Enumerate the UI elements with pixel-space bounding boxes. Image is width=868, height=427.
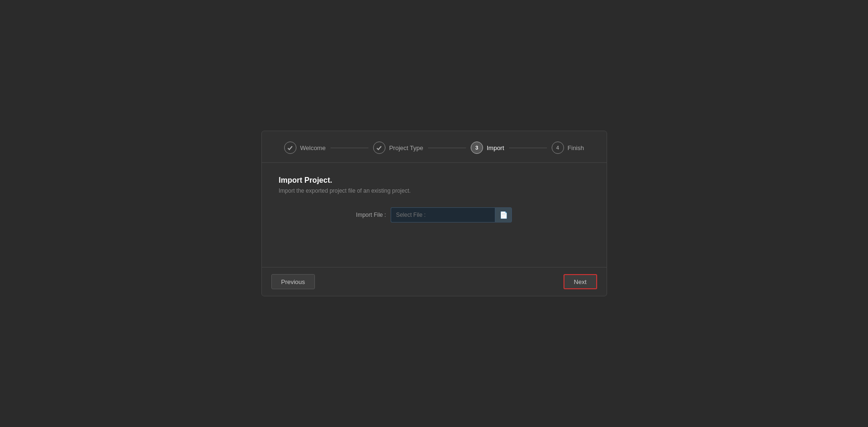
step-import-label: Import bbox=[487, 144, 504, 151]
file-input-wrapper: 📄 bbox=[391, 207, 512, 222]
connector-1 bbox=[331, 148, 368, 148]
step-project-type-circle bbox=[373, 142, 385, 154]
step-finish-circle: 4 bbox=[552, 142, 564, 154]
previous-button[interactable]: Previous bbox=[271, 274, 315, 289]
section-subtitle: Import the exported project file of an e… bbox=[279, 187, 590, 194]
stepper: Welcome Project Type 3 Import 4 bbox=[262, 131, 607, 163]
step-finish-label: Finish bbox=[568, 144, 584, 151]
section-title: Import Project. bbox=[279, 176, 590, 185]
connector-2 bbox=[428, 148, 466, 148]
step-finish: 4 Finish bbox=[552, 142, 584, 154]
file-path-input[interactable] bbox=[391, 207, 495, 222]
step-import: 3 Import bbox=[471, 142, 504, 154]
step-project-type-label: Project Type bbox=[389, 144, 423, 151]
dialog-body: Import Project. Import the exported proj… bbox=[262, 163, 607, 267]
dialog-footer: Previous Next bbox=[262, 267, 607, 296]
import-file-label: Import File : bbox=[356, 212, 386, 218]
file-browse-button[interactable]: 📄 bbox=[495, 207, 512, 222]
import-file-row: Import File : 📄 bbox=[279, 207, 590, 222]
step-import-circle: 3 bbox=[471, 142, 483, 154]
next-button[interactable]: Next bbox=[564, 274, 597, 289]
step-welcome: Welcome bbox=[284, 142, 326, 154]
import-dialog: Welcome Project Type 3 Import 4 bbox=[261, 131, 607, 296]
step-project-type: Project Type bbox=[373, 142, 423, 154]
step-welcome-circle bbox=[284, 142, 296, 154]
browse-icon: 📄 bbox=[500, 211, 508, 219]
body-spacer bbox=[279, 237, 590, 256]
connector-3 bbox=[509, 148, 547, 148]
step-welcome-label: Welcome bbox=[300, 144, 326, 151]
